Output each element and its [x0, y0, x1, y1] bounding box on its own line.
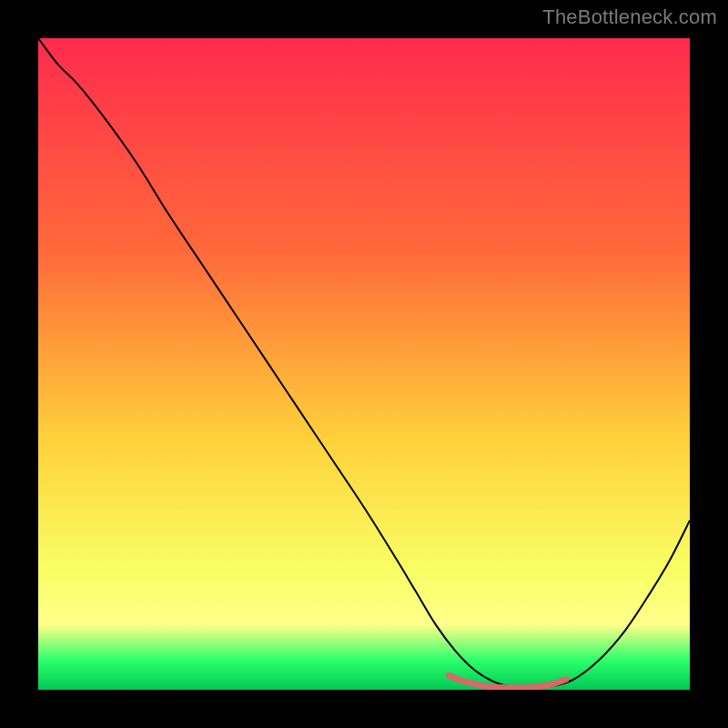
chart-frame: TheBottleneck.com: [0, 0, 728, 728]
chart-svg: [38, 38, 690, 690]
gradient-background: [38, 38, 690, 690]
watermark-text: TheBottleneck.com: [542, 5, 717, 29]
plot-area: [38, 38, 690, 690]
